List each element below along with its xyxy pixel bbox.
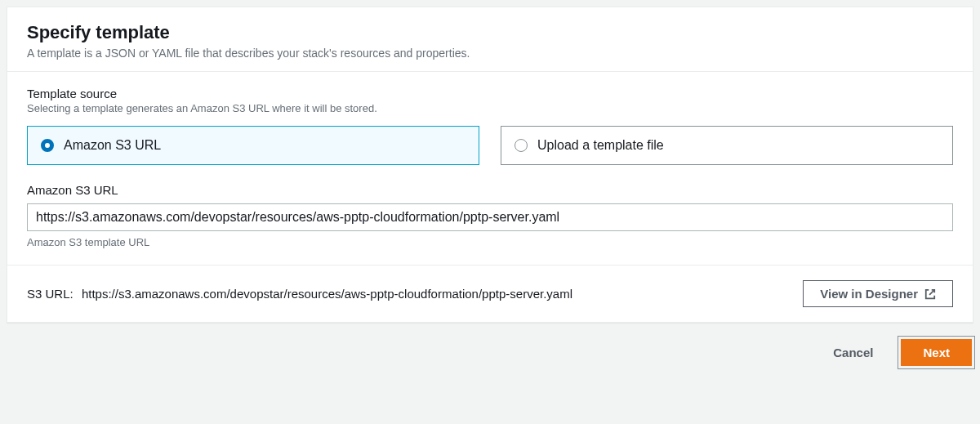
radio-icon xyxy=(41,139,54,152)
cancel-button[interactable]: Cancel xyxy=(817,340,889,365)
template-source-label: Template source xyxy=(27,87,953,100)
resolved-url-text: S3 URL: https://s3.amazonaws.com/devopst… xyxy=(27,287,572,301)
external-link-icon xyxy=(924,288,936,300)
template-source-options: Amazon S3 URL Upload a template file xyxy=(27,126,953,165)
wizard-actions: Cancel Next xyxy=(7,323,973,369)
s3-url-input[interactable] xyxy=(27,203,953,231)
next-button[interactable]: Next xyxy=(901,339,972,366)
button-label: View in Designer xyxy=(820,287,918,301)
template-source-hint: Selecting a template generates an Amazon… xyxy=(27,102,953,114)
s3-url-label: Amazon S3 URL xyxy=(27,183,953,197)
panel-description: A template is a JSON or YAML file that d… xyxy=(27,47,953,60)
s3-url-sublabel: Amazon S3 template URL xyxy=(27,236,953,248)
template-source-section: Template source Selecting a template gen… xyxy=(7,72,973,266)
resolved-url-row: S3 URL: https://s3.amazonaws.com/devopst… xyxy=(7,266,973,322)
radio-option-upload-file[interactable]: Upload a template file xyxy=(501,126,953,165)
radio-label: Upload a template file xyxy=(537,138,664,153)
radio-label: Amazon S3 URL xyxy=(64,138,161,153)
radio-icon xyxy=(514,139,528,152)
specify-template-panel: Specify template A template is a JSON or… xyxy=(7,7,973,323)
panel-header: Specify template A template is a JSON or… xyxy=(7,7,973,72)
resolved-url-label: S3 URL: xyxy=(27,287,74,301)
radio-option-s3-url[interactable]: Amazon S3 URL xyxy=(27,126,479,165)
panel-title: Specify template xyxy=(27,22,953,43)
view-in-designer-button[interactable]: View in Designer xyxy=(803,280,953,307)
resolved-url-value: https://s3.amazonaws.com/devopstar/resou… xyxy=(82,287,572,301)
